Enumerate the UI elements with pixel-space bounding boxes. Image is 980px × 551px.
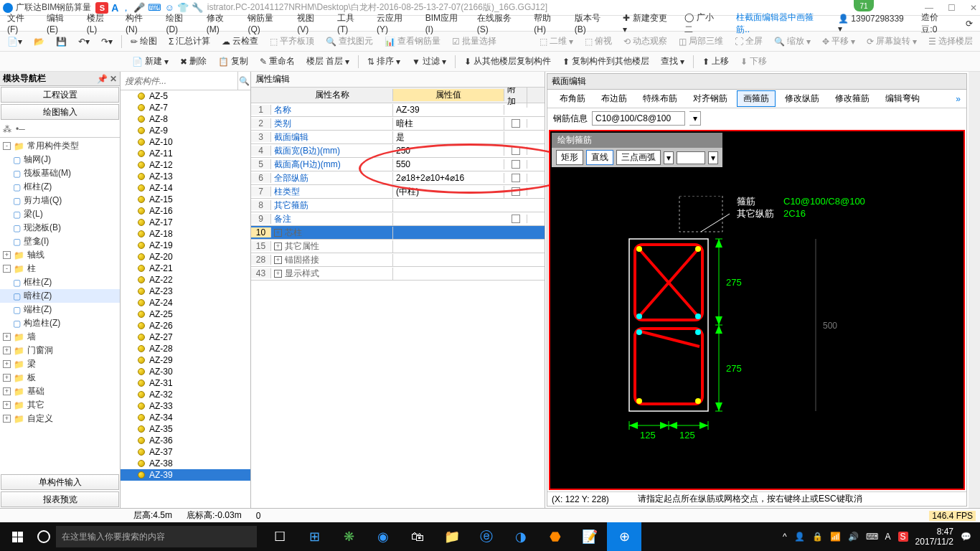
tree-toggle-icon[interactable]: +	[3, 360, 11, 368]
pan-button[interactable]: ✥ 平移 ▾	[819, 34, 858, 49]
property-row[interactable]: 4截面宽(B边)(mm)250	[251, 144, 545, 158]
cloud-check-button[interactable]: ☁ 云检查	[219, 34, 261, 49]
draw-input-button[interactable]: 绘图输入	[1, 104, 119, 120]
component-item[interactable]: AZ-27	[121, 331, 250, 343]
property-row[interactable]: 5截面高(H边)(mm)550	[251, 158, 545, 171]
menu-bim[interactable]: BIM应用(I)	[421, 11, 470, 36]
prop-value[interactable]: 550	[393, 159, 504, 169]
task-app-7[interactable]: ⬣	[538, 522, 573, 551]
property-row[interactable]: 1名称AZ-39	[251, 103, 545, 117]
filter-icon2[interactable]: •─	[16, 124, 25, 134]
notification-badge[interactable]: 71	[854, 0, 874, 11]
component-item[interactable]: AZ-28	[121, 343, 250, 354]
menu-online[interactable]: 在线服务(S)	[473, 11, 527, 36]
fullscreen-button[interactable]: ⛶ 全屏	[732, 34, 765, 49]
menu-draw[interactable]: 绘图(D)	[161, 11, 199, 36]
tree-item[interactable]: ▢端柱(Z)	[0, 303, 120, 316]
tray-chevron[interactable]: ^	[783, 532, 787, 542]
component-item[interactable]: AZ-20	[121, 251, 250, 263]
tree-item[interactable]: ▢筏板基础(M)	[0, 166, 120, 180]
tree-toggle-icon[interactable]: +	[3, 387, 11, 395]
component-item[interactable]: AZ-15	[121, 194, 250, 205]
prop-value[interactable]: 250	[393, 146, 504, 156]
component-item[interactable]: AZ-29	[121, 354, 250, 366]
rename-comp-button[interactable]: ✎ 重命名	[257, 54, 298, 69]
sum-button[interactable]: Σ 汇总计算	[166, 34, 213, 49]
tree-toggle-icon[interactable]: +	[3, 251, 11, 259]
draw-rect-button[interactable]: 矩形	[556, 150, 583, 165]
expand-icon[interactable]: +	[274, 229, 282, 237]
expand-icon[interactable]: +	[274, 242, 282, 250]
tree-item[interactable]: -📁常用构件类型	[0, 139, 120, 153]
property-row[interactable]: 3截面编辑是	[251, 131, 545, 144]
component-item[interactable]: AZ-17	[121, 217, 250, 228]
select-floor-button[interactable]: ☰ 选择楼层	[925, 34, 976, 49]
tray-keyboard-icon[interactable]: ⌨	[866, 532, 878, 542]
component-item[interactable]: AZ-12	[121, 159, 250, 171]
section-tab[interactable]: 特殊布筋	[636, 90, 684, 107]
new-comp-button[interactable]: 📄 新建 ▾	[129, 54, 171, 69]
view-top-button[interactable]: ⬚ 俯视	[582, 34, 615, 49]
draw-button[interactable]: ✏ 绘图	[128, 34, 160, 49]
undo-button[interactable]: ↶▾	[75, 35, 93, 48]
prop-value[interactable]: 暗柱	[393, 118, 504, 130]
tray-network-icon[interactable]: 📶	[830, 532, 841, 542]
component-item[interactable]: AZ-31	[121, 377, 250, 389]
tree-item[interactable]: ▢剪力墙(Q)	[0, 194, 120, 207]
zoom-button[interactable]: 🔍 缩放 ▾	[771, 34, 814, 49]
batch-select-button[interactable]: ☑ 批量选择	[449, 34, 499, 49]
nav-filter-bar[interactable]: ⁂ •─	[0, 121, 120, 138]
property-row[interactable]: 43+显示样式	[251, 267, 545, 281]
report-preview-button[interactable]: 报表预览	[1, 491, 119, 507]
delete-comp-button[interactable]: ✖ 删除	[177, 54, 209, 69]
menu-version[interactable]: 版本号(B)	[570, 11, 616, 36]
save-button[interactable]: 💾	[53, 35, 70, 48]
task-app-current[interactable]: ⊕	[607, 522, 641, 551]
move-up-button[interactable]: ⬆ 上移	[699, 54, 732, 69]
tray-people-icon[interactable]: 👤	[794, 532, 805, 542]
component-item[interactable]: AZ-18	[121, 228, 250, 240]
property-row[interactable]: 6全部纵筋2⌀18+2⌀10+4⌀16	[251, 171, 545, 185]
section-tab[interactable]: 编辑弯钩	[879, 90, 926, 107]
section-tab[interactable]: 修改箍筋	[829, 90, 876, 107]
align-top-button[interactable]: ⬚ 平齐板顶	[267, 34, 317, 49]
menu-modify[interactable]: 修改(M)	[202, 11, 241, 36]
property-row[interactable]: 28+锚固搭接	[251, 253, 545, 267]
component-item[interactable]: AZ-11	[121, 148, 250, 159]
component-item[interactable]: AZ-26	[121, 320, 250, 331]
tree-item[interactable]: +📁自定义	[0, 412, 120, 425]
screen-rotate-button[interactable]: ⟳ 屏幕旋转 ▾	[864, 34, 920, 49]
component-item[interactable]: AZ-22	[121, 274, 250, 286]
tree-item[interactable]: ▢梁(L)	[0, 207, 120, 221]
component-item[interactable]: AZ-16	[121, 205, 250, 217]
menu-view[interactable]: 视图(V)	[293, 11, 330, 36]
find-comp-button[interactable]: 查找 ▾	[658, 54, 687, 69]
tree-item[interactable]: +📁梁	[0, 357, 120, 371]
floor-selector[interactable]: 楼层 首层 ▾	[303, 54, 352, 69]
checkbox[interactable]	[512, 119, 520, 128]
menu-edit[interactable]: 编辑(E)	[42, 11, 80, 36]
expand-icon[interactable]: +	[274, 270, 282, 278]
component-item[interactable]: AZ-34	[121, 412, 250, 423]
tree-item[interactable]: +📁板	[0, 371, 120, 385]
tree-item[interactable]: ▢现浇板(B)	[0, 221, 120, 235]
component-item[interactable]: AZ-9	[121, 125, 250, 136]
vertical-scrollbar[interactable]	[969, 72, 980, 508]
new-file-button[interactable]: 📄▾	[4, 35, 25, 48]
tray-sogou-icon[interactable]: S	[898, 532, 908, 542]
component-item[interactable]: AZ-23	[121, 286, 250, 297]
tray-ime-a[interactable]: A	[885, 532, 891, 542]
sort-button[interactable]: ⇅ 排序 ▾	[364, 54, 403, 69]
task-app-6[interactable]: ◑	[504, 522, 538, 551]
tree-toggle-icon[interactable]: +	[3, 347, 11, 354]
copy-from-floor-button[interactable]: ⬇ 从其他楼层复制构件	[461, 54, 554, 69]
section-tab[interactable]: 对齐钢筋	[687, 90, 734, 107]
menu-floor[interactable]: 楼层(L)	[83, 11, 118, 36]
checkbox[interactable]	[512, 160, 520, 169]
task-app-8[interactable]: 📝	[573, 522, 607, 551]
tree-toggle-icon[interactable]: -	[3, 265, 11, 273]
open-button[interactable]: 📂	[31, 35, 47, 48]
tree-toggle-icon[interactable]: +	[3, 401, 11, 409]
component-item[interactable]: AZ-14	[121, 182, 250, 194]
menu-file[interactable]: 文件(F)	[3, 11, 39, 36]
